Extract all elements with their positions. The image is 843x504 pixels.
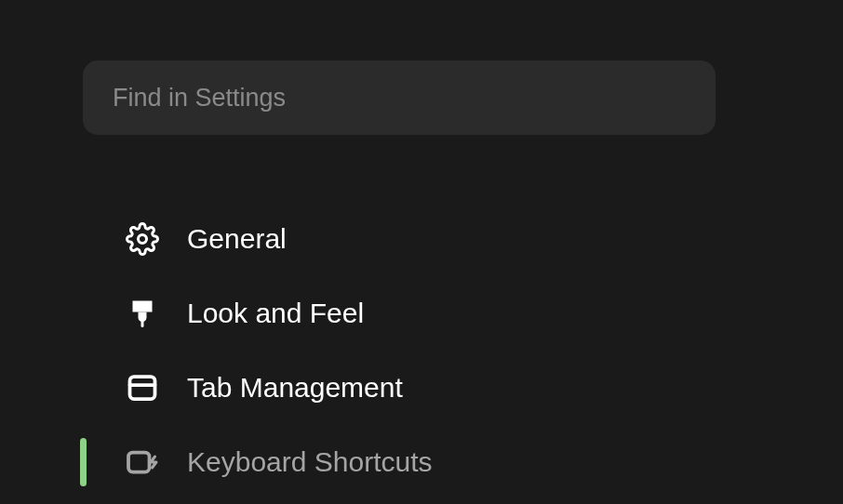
svg-rect-1 (141, 321, 144, 328)
settings-nav-list: General Look and Feel Tab Management (83, 202, 843, 499)
gear-icon (124, 220, 161, 258)
svg-rect-4 (128, 453, 150, 472)
window-icon (124, 369, 161, 406)
keyboard-lightning-icon (124, 444, 161, 481)
nav-item-look-and-feel[interactable]: Look and Feel (83, 276, 843, 351)
nav-label: Keyboard Shortcuts (187, 446, 432, 478)
paintbrush-icon (124, 295, 161, 332)
settings-search-input[interactable] (83, 60, 716, 135)
nav-item-keyboard-shortcuts[interactable]: Keyboard Shortcuts (83, 425, 843, 499)
svg-rect-2 (130, 377, 155, 399)
nav-item-general[interactable]: General (83, 202, 843, 276)
nav-label: Tab Management (187, 372, 403, 404)
nav-item-tab-management[interactable]: Tab Management (83, 351, 843, 425)
nav-label: Look and Feel (187, 298, 364, 329)
nav-label: General (187, 223, 287, 255)
svg-point-0 (139, 235, 147, 244)
